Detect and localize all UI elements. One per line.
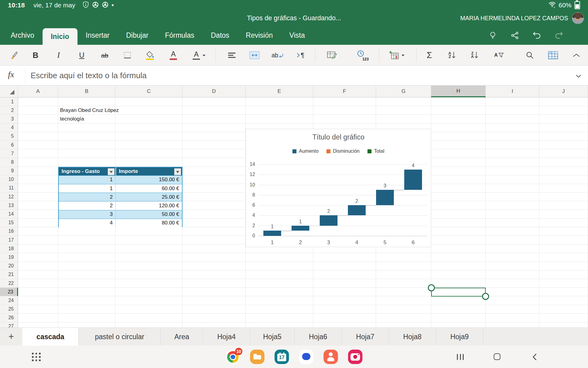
waterfall-bar[interactable] <box>404 170 422 190</box>
cell-I24[interactable] <box>486 296 539 305</box>
cell-H21[interactable] <box>431 270 486 279</box>
borders-button[interactable] <box>124 52 131 58</box>
cell-H9[interactable] <box>431 167 486 175</box>
cell-B19[interactable] <box>58 253 115 261</box>
cell-H26[interactable] <box>431 314 486 322</box>
cell-E27[interactable] <box>246 322 313 328</box>
cell-J13[interactable] <box>539 201 588 209</box>
cell-J19[interactable] <box>539 253 588 261</box>
cell-B2[interactable]: Brayan Obed Cruz López <box>58 106 115 114</box>
cell-C19[interactable] <box>115 253 183 261</box>
cell-A5[interactable] <box>18 132 58 140</box>
row-header-13[interactable]: 13 <box>0 201 18 209</box>
cell-E20[interactable] <box>246 262 313 270</box>
freeze-panes-button[interactable] <box>548 51 558 59</box>
cell-A12[interactable] <box>18 193 58 201</box>
cell-D3[interactable] <box>183 115 246 123</box>
italic-button[interactable]: I <box>57 51 60 59</box>
cell-D23[interactable] <box>183 288 246 296</box>
cell-G3[interactable] <box>376 115 431 123</box>
cell-D18[interactable] <box>183 244 246 253</box>
cell-C23[interactable] <box>115 288 183 296</box>
cell-C6[interactable] <box>115 141 183 149</box>
filter-dropdown-button[interactable] <box>108 168 115 175</box>
cell-E21[interactable] <box>246 270 313 279</box>
cell-J23[interactable] <box>539 288 588 296</box>
sheet-tab-cascada[interactable]: cascada <box>22 328 79 346</box>
cell-A4[interactable] <box>18 124 58 132</box>
cell-I26[interactable] <box>486 314 539 322</box>
row-header-15[interactable]: 15 <box>0 219 18 227</box>
cell-F20[interactable] <box>313 262 376 270</box>
cell-I5[interactable] <box>486 132 539 140</box>
cell-A23[interactable] <box>18 288 58 296</box>
column-header-F[interactable]: F <box>313 86 376 97</box>
cell-F25[interactable] <box>313 305 376 313</box>
cell-H7[interactable] <box>431 149 486 158</box>
cell-C3[interactable] <box>115 115 183 123</box>
collapse-ribbon-button[interactable] <box>573 53 580 57</box>
cell-J11[interactable] <box>539 184 588 192</box>
row-header-3[interactable]: 3 <box>0 115 18 123</box>
cell-J22[interactable] <box>539 279 588 287</box>
cell-G20[interactable] <box>376 262 431 270</box>
cell-D21[interactable] <box>183 270 246 279</box>
selection-handle-bottom-right[interactable] <box>482 293 489 300</box>
cell-B4[interactable] <box>58 124 115 132</box>
selection-handle-top-left[interactable] <box>428 284 435 291</box>
cell-H17[interactable] <box>431 236 486 244</box>
ribbon-tab-archivo[interactable]: Archivo <box>2 26 43 45</box>
waterfall-bar[interactable] <box>292 226 309 231</box>
sheet-tab-pastel-o-circular[interactable]: pastel o circular <box>79 328 161 346</box>
waterfall-bar[interactable] <box>348 205 366 215</box>
column-header-D[interactable]: D <box>183 86 246 97</box>
cell-H5[interactable] <box>431 132 486 140</box>
strikethrough-button[interactable]: ab <box>101 52 108 59</box>
cell-A24[interactable] <box>18 296 58 305</box>
cell-J7[interactable] <box>539 149 588 158</box>
cell-A16[interactable] <box>18 227 58 236</box>
cell-H12[interactable] <box>431 193 486 201</box>
cell-F24[interactable] <box>313 296 376 305</box>
cell-A17[interactable] <box>18 236 58 244</box>
align-button[interactable] <box>228 53 236 58</box>
cell-A22[interactable] <box>18 279 58 287</box>
cell-A15[interactable] <box>18 219 58 227</box>
cell-I1[interactable] <box>486 98 539 106</box>
text-direction-button[interactable]: ¶ <box>296 52 304 59</box>
cell-I23[interactable] <box>486 288 539 296</box>
number-format-button[interactable]: 123 <box>357 50 368 60</box>
cell-J27[interactable] <box>539 322 588 328</box>
column-header-G[interactable]: G <box>376 86 431 97</box>
cell-H1[interactable] <box>431 98 486 106</box>
cell-G1[interactable] <box>376 98 431 106</box>
cell-C2[interactable] <box>115 106 183 114</box>
cell-C22[interactable] <box>115 279 183 287</box>
table-cell[interactable]: 25.00 € <box>115 193 182 201</box>
cell-C21[interactable] <box>115 270 183 279</box>
cell-D11[interactable] <box>183 184 246 192</box>
contacts-app-icon[interactable] <box>324 350 338 364</box>
cell-A9[interactable] <box>18 167 58 175</box>
font-color-button[interactable]: A <box>170 51 177 60</box>
fill-color-button[interactable] <box>145 50 155 60</box>
cell-I14[interactable] <box>486 210 539 218</box>
column-header-I[interactable]: I <box>486 86 539 97</box>
row-header-27[interactable]: 27 <box>0 322 18 328</box>
row-header-8[interactable]: 8 <box>0 158 18 166</box>
cell-I8[interactable] <box>486 158 539 166</box>
cell-D7[interactable] <box>183 149 246 158</box>
cell-A2[interactable] <box>18 106 58 114</box>
cell-I17[interactable] <box>486 236 539 244</box>
search-button[interactable] <box>526 51 534 59</box>
recents-button[interactable] <box>457 354 464 360</box>
bold-button[interactable]: B <box>33 51 39 59</box>
column-header-H[interactable]: H <box>431 86 486 97</box>
cell-J16[interactable] <box>539 227 588 236</box>
cell-B3[interactable]: tecnología <box>58 115 115 123</box>
cell-D10[interactable] <box>183 175 246 184</box>
table-cell[interactable]: 2 <box>59 201 115 210</box>
cell-E3[interactable] <box>246 115 313 123</box>
cell-B7[interactable] <box>58 149 115 158</box>
cell-J20[interactable] <box>539 262 588 270</box>
